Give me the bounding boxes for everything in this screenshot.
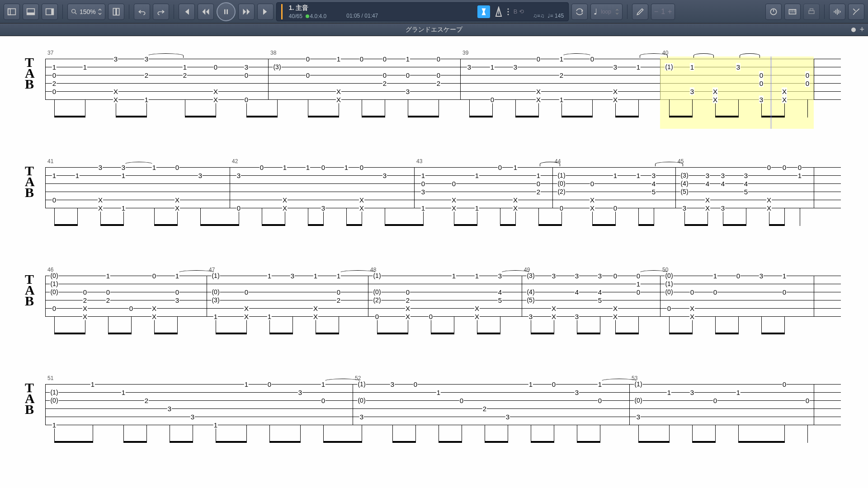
fret-number[interactable]: 3 [98,164,103,171]
fret-number[interactable]: 3 [467,63,472,71]
fret-number[interactable]: X [451,196,457,204]
fret-number[interactable]: 0 [552,380,556,388]
fret-number[interactable]: 1 [121,204,126,212]
fret-number[interactable]: 0 [759,71,764,79]
undo-icon[interactable] [134,4,150,20]
fret-number[interactable]: 0 [590,180,594,188]
fret-number[interactable]: 0 [713,397,717,404]
fret-number[interactable]: X [613,96,618,103]
forward-icon[interactable] [238,4,255,20]
fret-number[interactable]: 1 [106,272,110,280]
fret-number[interactable]: 2 [436,80,441,87]
voice-control[interactable]: −1+ [651,4,675,20]
fret-number[interactable]: X [98,204,103,212]
fret-number[interactable]: 0 [106,288,110,296]
fret-number[interactable]: 3 [175,296,179,304]
fret-number[interactable]: 1 [90,380,95,388]
fret-number[interactable]: X [336,88,341,95]
fret-number[interactable]: 2 [52,80,57,87]
fret-number[interactable]: 0 [152,272,156,280]
fret-number[interactable]: 0 [759,80,764,87]
countin-icon[interactable] [477,5,490,18]
fret-number[interactable]: 1 [321,380,326,388]
fret-number[interactable]: (1) [665,63,673,70]
fret-number[interactable]: 0 [436,71,441,79]
fret-number[interactable]: (0) [373,288,381,296]
fret-number[interactable]: X [513,204,518,212]
fret-number[interactable]: 1 [636,280,641,288]
fret-number[interactable]: 3 [682,204,687,212]
fret-number[interactable]: 0 [782,380,787,388]
fret-number[interactable]: 4 [498,288,502,296]
fret-number[interactable]: (4) [680,180,689,187]
fret-number[interactable]: 0 [175,288,179,296]
fret-number[interactable]: X [590,196,595,204]
add-tab-icon[interactable]: + [859,25,864,34]
audio-icon[interactable] [829,4,845,20]
fret-number[interactable]: 4 [598,288,602,296]
fret-number[interactable]: 3 [613,63,618,71]
fret-number[interactable]: (1) [665,280,673,287]
fret-number[interactable]: 0 [382,55,387,63]
fret-number[interactable]: X [613,305,618,312]
fret-number[interactable]: (1) [357,380,366,388]
fret-number[interactable]: 0 [244,288,249,296]
fret-number[interactable]: 0 [436,55,441,63]
fret-number[interactable]: 0 [175,164,179,171]
fret-number[interactable]: 5 [651,188,656,196]
fret-number[interactable]: 0 [613,272,618,280]
fret-number[interactable]: 3 [382,172,387,179]
fret-number[interactable]: 1 [213,421,218,429]
fret-number[interactable]: (1) [211,272,220,279]
fret-number[interactable]: 1 [336,272,341,280]
fret-number[interactable]: 0 [306,55,310,63]
fret-number[interactable]: 0 [590,55,594,63]
fret-number[interactable]: 0 [636,288,641,296]
more-icon[interactable] [507,8,509,16]
fret-number[interactable]: 2 [382,80,387,87]
metronome-icon[interactable] [495,6,503,17]
fret-number[interactable]: X [551,313,557,320]
panel-left-icon[interactable] [4,4,20,20]
fret-number[interactable]: 0 [667,305,671,312]
fret-number[interactable]: 1 [83,63,87,71]
fret-number[interactable]: 1 [782,272,787,280]
fret-number[interactable]: X [244,313,249,320]
fret-number[interactable]: 3 [198,172,203,179]
fret-number[interactable]: 1 [75,172,80,179]
fret-number[interactable]: (1) [634,380,642,388]
panel-bottom-icon[interactable] [23,4,39,20]
fret-number[interactable]: 3 [575,313,579,320]
fret-number[interactable]: 0 [129,305,133,312]
fret-number[interactable]: 1 [306,164,310,171]
tuner-icon[interactable] [765,4,782,20]
fret-number[interactable]: 0 [236,204,241,212]
fret-number[interactable]: X [766,196,772,204]
fret-number[interactable]: (0) [50,288,58,296]
fret-number[interactable]: 3 [759,272,764,280]
fret-number[interactable]: 0 [559,204,564,212]
fret-number[interactable]: 2 [144,397,149,404]
fret-number[interactable]: 2 [183,71,187,79]
fret-number[interactable]: 0 [83,288,87,296]
fret-number[interactable]: 0 [321,164,326,171]
print-icon[interactable] [803,4,820,20]
fret-number[interactable]: 1 [152,164,156,171]
fret-number[interactable]: 3 [244,63,249,71]
fret-number[interactable]: 0 [782,288,787,296]
fret-number[interactable]: 3 [575,272,579,280]
fret-number[interactable]: 0 [713,288,717,296]
fret-number[interactable]: 1 [336,55,341,63]
fret-number[interactable]: 1 [52,172,57,179]
fret-number[interactable]: 0 [406,71,410,79]
fret-number[interactable]: 0 [452,180,456,188]
fret-number[interactable]: 0 [429,313,433,320]
fret-number[interactable]: X [359,196,364,204]
fret-number[interactable]: X [336,96,341,103]
fret-number[interactable]: (0) [634,397,642,404]
page-layout-icon[interactable] [108,4,124,20]
fret-number[interactable]: X [451,204,457,212]
fret-number[interactable]: 1 [475,272,479,280]
fret-number[interactable]: X [213,96,218,103]
fret-number[interactable]: X [474,305,480,312]
